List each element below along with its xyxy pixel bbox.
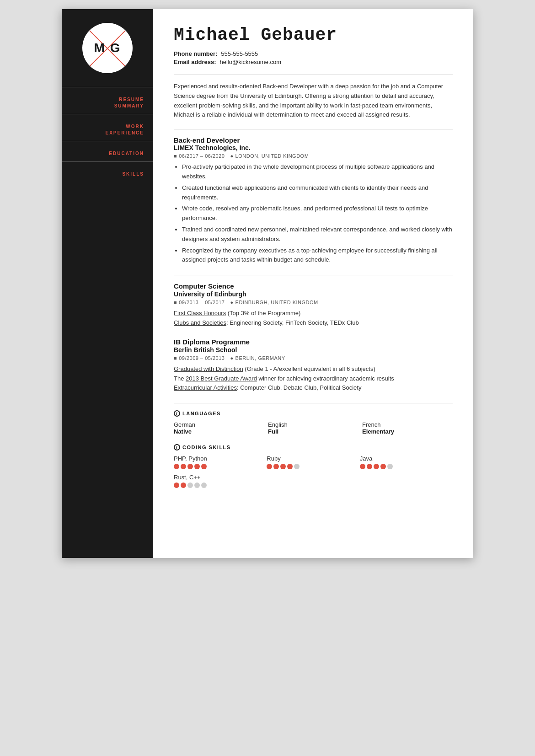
edu-note-2a: Graduated with Distinction (Grade 1 - A/… bbox=[174, 365, 453, 374]
calendar-icon-edu2: ■ bbox=[174, 355, 177, 361]
edu-note-1b: Clubs and Societies: Engineering Society… bbox=[174, 318, 453, 328]
edu-date-1: 09/2013 – 05/2017 bbox=[179, 300, 225, 305]
email-row: Email address: hello@kickresume.com bbox=[174, 59, 453, 65]
edu-note-underline-2a: Graduated with Distinction bbox=[174, 365, 243, 372]
dot bbox=[367, 464, 372, 469]
phone-row: Phone number: 555-555-5555 bbox=[174, 50, 453, 57]
languages-grid: German Native English Full French Elemen… bbox=[174, 421, 453, 435]
job-company: LIMEX Technologies, Inc. bbox=[174, 144, 453, 151]
job-date: 06/2017 – 06/2020 bbox=[179, 153, 225, 159]
job-date-item: ■ 06/2017 – 06/2020 bbox=[174, 153, 225, 159]
edu-date-item-2: ■ 09/2009 – 05/2013 bbox=[174, 355, 225, 361]
edu-date-item-1: ■ 09/2013 – 05/2017 bbox=[174, 300, 225, 305]
dot bbox=[181, 464, 186, 469]
coding-section: i CODING SKILLS PHP, Python bbox=[174, 444, 453, 488]
dot bbox=[174, 483, 179, 488]
coding-grid: PHP, Python Ruby bbox=[174, 455, 453, 488]
bullet-3: Wrote code, resolved any problematic iss… bbox=[182, 204, 453, 223]
lang-name-french: French Elementary bbox=[362, 421, 453, 435]
location-icon-edu2: ● bbox=[230, 355, 233, 361]
skills-divider bbox=[174, 403, 453, 403]
edu-degree-2: IB Diploma Programme bbox=[174, 338, 453, 346]
edu-degree-1: Computer Science bbox=[174, 282, 453, 290]
edu-date-2: 09/2009 – 05/2013 bbox=[179, 355, 225, 361]
job-location-item: ● LONDON, UNITED KINGDOM bbox=[230, 153, 309, 159]
bullet-4: Trained and coordinated new personnel, m… bbox=[182, 225, 453, 244]
job-title: Back-end Developer bbox=[174, 136, 453, 144]
coding-item-php: PHP, Python bbox=[174, 455, 267, 469]
edu-note-prefix-2b: The bbox=[174, 375, 186, 382]
dots-rust bbox=[174, 483, 267, 488]
dot bbox=[194, 464, 200, 469]
dots-java bbox=[360, 464, 453, 469]
bullet-1: Pro-actively participated in the whole d… bbox=[182, 162, 453, 182]
job-bullets-list: Pro-actively participated in the whole d… bbox=[174, 162, 453, 265]
main-content: Michael Gebauer Phone number: 555-555-55… bbox=[153, 9, 473, 558]
dot bbox=[273, 464, 279, 469]
edu-location-1: EDINBURGH, UNITED KINGDOM bbox=[235, 300, 318, 305]
languages-label: LANGUAGES bbox=[182, 411, 221, 416]
lang-name-german: German Native bbox=[174, 421, 264, 435]
sidebar: M G RESUMESUMMARY WORKEXPERIENCE EDUCATI… bbox=[62, 9, 153, 558]
info-icon-coding: i bbox=[174, 444, 180, 450]
edu-block-1: Computer Science University of Edinburgh… bbox=[174, 282, 453, 328]
coding-header: i CODING SKILLS bbox=[174, 444, 453, 450]
info-icon-lang: i bbox=[174, 410, 180, 417]
dot bbox=[174, 464, 179, 469]
dots-ruby bbox=[267, 464, 359, 469]
calendar-icon-edu1: ■ bbox=[174, 300, 177, 305]
edu-note-suffix-2b: winner for achieving extraordinary acade… bbox=[257, 375, 394, 382]
dot bbox=[380, 464, 386, 469]
languages-header: i LANGUAGES bbox=[174, 410, 453, 417]
edu-note-underline-1a: First Class Honours bbox=[174, 310, 226, 316]
languages-section: i LANGUAGES German Native English Full F… bbox=[174, 410, 453, 435]
sidebar-label-skills: SKILLS bbox=[71, 171, 144, 177]
edu-block-2: IB Diploma Programme Berlin British Scho… bbox=[174, 338, 453, 393]
sidebar-section-education: EDUCATION bbox=[62, 141, 153, 161]
phone-label: Phone number: bbox=[174, 50, 217, 57]
dot bbox=[287, 464, 293, 469]
education-divider bbox=[174, 275, 453, 275]
edu-note-suffix-2a: (Grade 1 - A/excellent equivalent in all… bbox=[243, 365, 375, 372]
job-meta: ■ 06/2017 – 06/2020 ● LONDON, UNITED KIN… bbox=[174, 153, 453, 159]
edu-meta-2: ■ 09/2009 – 05/2013 ● BERLIN, GERMANY bbox=[174, 355, 453, 361]
dot bbox=[187, 483, 193, 488]
edu-note-2b: The 2013 Best Graduate Award winner for … bbox=[174, 374, 453, 384]
coding-item-ruby: Ruby bbox=[267, 455, 359, 469]
bullet-5: Recognized by the company executives as … bbox=[182, 246, 453, 265]
summary-text: Experienced and results-oriented Back-en… bbox=[174, 82, 453, 120]
edu-note-underline-2c: Extracurricular Activities bbox=[174, 384, 237, 391]
edu-location-item-2: ● BERLIN, GERMANY bbox=[230, 355, 285, 361]
edu-school-1: University of Edinburgh bbox=[174, 290, 453, 298]
location-icon-edu1: ● bbox=[230, 300, 233, 305]
edu-note-1a: First Class Honours (Top 3% of the Progr… bbox=[174, 309, 453, 318]
edu-school-2: Berlin British School bbox=[174, 346, 453, 354]
lang-name-english: English Full bbox=[268, 421, 358, 435]
email-value: hello@kickresume.com bbox=[220, 59, 282, 65]
edu-note-suffix-1b: : Engineering Society, FinTech Society, … bbox=[226, 319, 359, 326]
experience-divider bbox=[174, 129, 453, 129]
edu-meta-1: ■ 09/2013 – 05/2017 ● EDINBURGH, UNITED … bbox=[174, 300, 453, 305]
phone-value: 555-555-5555 bbox=[221, 50, 258, 57]
job-location: LONDON, UNITED KINGDOM bbox=[235, 153, 309, 159]
job-block: Back-end Developer LIMEX Technologies, I… bbox=[174, 136, 453, 265]
sidebar-section-summary: RESUMESUMMARY bbox=[62, 87, 153, 114]
dot bbox=[387, 464, 393, 469]
dot bbox=[360, 464, 365, 469]
calendar-icon: ■ bbox=[174, 153, 177, 159]
sidebar-label-education: EDUCATION bbox=[71, 150, 144, 157]
avatar: M G bbox=[82, 23, 133, 73]
coding-item-rust: Rust, C++ bbox=[174, 474, 267, 488]
dot bbox=[267, 464, 272, 469]
bullet-2: Created functional web applications and … bbox=[182, 183, 453, 203]
avatar-initials: M G bbox=[94, 41, 121, 55]
dot bbox=[294, 464, 300, 469]
location-icon: ● bbox=[230, 153, 233, 159]
coding-label: CODING SKILLS bbox=[182, 445, 231, 450]
dot bbox=[187, 464, 193, 469]
sidebar-section-skills: SKILLS bbox=[62, 161, 153, 182]
candidate-name: Michael Gebauer bbox=[174, 25, 453, 45]
email-label: Email address: bbox=[174, 59, 216, 65]
coding-item-java: Java bbox=[360, 455, 453, 469]
resume-container: M G RESUMESUMMARY WORKEXPERIENCE EDUCATI… bbox=[62, 9, 473, 558]
